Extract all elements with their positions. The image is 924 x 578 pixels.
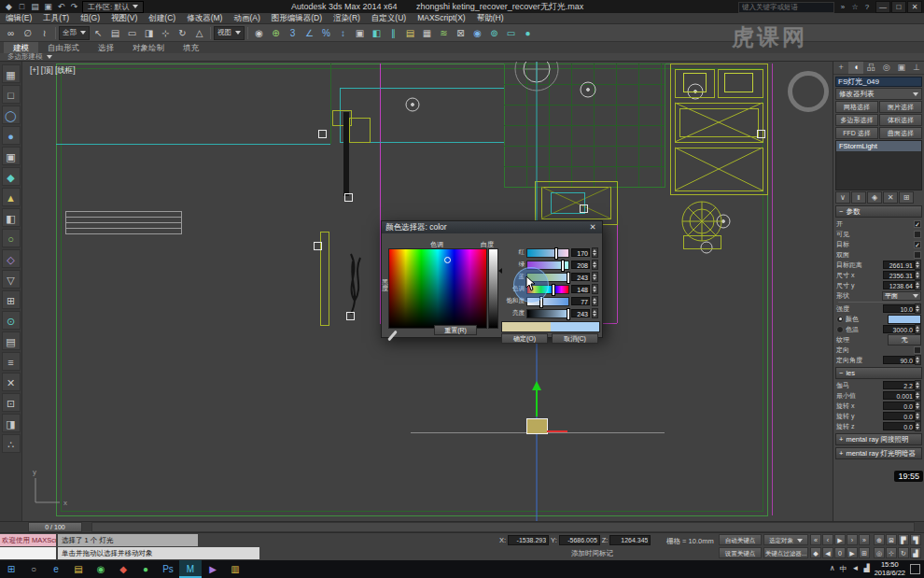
rollout-header-ies[interactable]: − ies (835, 367, 922, 379)
key-filters-button[interactable]: 关键点过滤器... (763, 547, 808, 558)
target-distance-field[interactable]: 2661.91 (883, 261, 915, 269)
next-frame-button[interactable]: › (847, 534, 858, 545)
channel-value-field[interactable]: 243 (571, 273, 590, 281)
percent-snap-icon[interactable]: % (318, 26, 334, 40)
viewport-general-menu[interactable]: [+] (30, 65, 39, 77)
manipulate-icon[interactable]: ⊕ (268, 26, 284, 40)
param-value-field[interactable]: 0.0 (883, 412, 915, 420)
prev-frame-button[interactable]: ‹ (822, 534, 833, 545)
zoom-extents-all-icon[interactable]: ▜ (910, 534, 921, 545)
orbit-icon[interactable]: ↻ (898, 547, 909, 558)
time-slider-track[interactable] (91, 522, 915, 532)
size-y-field[interactable]: 1238.64 (883, 281, 915, 289)
spinner[interactable] (915, 390, 921, 401)
shape-dropdown[interactable]: 平面 (882, 291, 921, 301)
modifier-button[interactable]: 体积选择 (879, 114, 922, 126)
channel-slider[interactable] (526, 248, 569, 258)
hierarchy-tab-icon[interactable]: 品 (863, 62, 878, 74)
key-mode-button[interactable]: ◆ (810, 547, 821, 558)
workspace-dropdown[interactable]: 工作区: 默认 (82, 1, 144, 13)
maxscript-macro-line[interactable]: 欢迎使用 MAXScript (0, 534, 56, 546)
object-name-field[interactable] (835, 77, 922, 87)
light-color-swatch[interactable] (888, 315, 921, 324)
go-end-button[interactable]: » (859, 534, 870, 545)
direct-angle-field[interactable]: 90.0 (883, 356, 915, 364)
start-button[interactable]: ⊞ (0, 560, 22, 578)
channel-value-field[interactable]: 148 (571, 285, 590, 293)
spinner[interactable] (915, 421, 921, 431)
schematic-view-icon[interactable]: ⊠ (453, 26, 469, 40)
key-filter-dropdown[interactable]: 选定对象 (763, 534, 808, 545)
reset-button[interactable]: 重置(R) (434, 325, 477, 335)
next-key-button[interactable]: ▶ (847, 547, 858, 558)
slider-marker[interactable] (567, 272, 570, 284)
spinner[interactable] (592, 296, 598, 306)
create-tab-icon[interactable]: + (833, 62, 848, 74)
redo-icon[interactable]: ↷ (68, 2, 80, 11)
network-icon[interactable]: ▟ (863, 564, 869, 574)
new-file-icon[interactable]: □ (16, 2, 28, 11)
dialog-titlebar[interactable]: 颜色选择器: color ✕ (382, 221, 602, 233)
modifier-stack[interactable]: FStormLight (835, 140, 922, 190)
ribbon-tool-icon[interactable]: ◨ (2, 414, 21, 432)
qq-icon[interactable]: ◆ (112, 560, 134, 578)
rollout-header-mr-indirect[interactable]: + mental ray 间接照明 (835, 433, 922, 445)
select-by-name-icon[interactable]: ▤ (107, 26, 123, 40)
named-selection-icon[interactable]: ▣ (352, 26, 368, 40)
minimize-button[interactable]: — (875, 1, 890, 13)
wechat-icon[interactable]: ● (134, 560, 157, 578)
hue-marker[interactable] (444, 257, 451, 263)
viewport-shading-menu[interactable]: [线框] (55, 65, 76, 77)
pin-stack-icon[interactable]: ∨ (835, 191, 850, 204)
pan-icon[interactable]: ⊹ (886, 547, 897, 558)
menu-item[interactable]: 渲染(R) (328, 13, 366, 23)
target-checkbox[interactable]: ✓ (914, 241, 921, 248)
rendered-frame-icon[interactable]: ▭ (503, 26, 519, 40)
menu-item[interactable]: 图形编辑器(D) (266, 13, 328, 23)
remove-modifier-icon[interactable]: ✕ (883, 191, 898, 204)
3dsmax-icon[interactable]: M (179, 560, 202, 578)
ribbon-tool-icon[interactable]: ⊙ (2, 311, 21, 330)
maxscript-listener-line[interactable] (0, 547, 56, 559)
fov-icon[interactable]: ◎ (874, 547, 885, 558)
coord-z-field[interactable] (609, 535, 651, 545)
unlink-icon[interactable]: ∅ (20, 26, 35, 40)
spinner[interactable] (915, 401, 921, 411)
ribbon-tool-icon[interactable]: ◇ (2, 249, 21, 268)
tray-expand-icon[interactable]: ∧ (830, 564, 835, 574)
ribbon-tool-icon[interactable]: ≡ (2, 352, 21, 371)
add-time-tag[interactable]: 添加时间标记 (571, 549, 613, 558)
ribbon-tool-icon[interactable]: ▽ (2, 270, 21, 289)
mirror-icon[interactable]: ◧ (369, 26, 385, 40)
spinner[interactable] (592, 284, 598, 294)
menu-item[interactable]: 组(G) (75, 13, 105, 23)
open-file-icon[interactable]: ▤ (29, 2, 41, 11)
search-go-icon[interactable]: » (837, 3, 848, 11)
param-value-field[interactable]: 0.001 (883, 391, 915, 400)
cancel-button[interactable]: 取消(C) (552, 333, 598, 344)
slider-marker[interactable] (554, 247, 558, 260)
layer-manager-icon[interactable]: ▤ (402, 26, 418, 40)
twosided-checkbox[interactable] (914, 251, 921, 259)
modifier-button[interactable]: FFD 选择 (835, 127, 878, 139)
spinner[interactable] (592, 247, 598, 258)
channel-value-field[interactable]: 77 (571, 297, 590, 305)
display-tab-icon[interactable]: ▣ (894, 62, 909, 74)
channel-slider[interactable] (526, 309, 569, 318)
angle-snap-icon[interactable]: ∠ (301, 26, 317, 40)
channel-value-field[interactable]: 243 (571, 309, 590, 317)
rotate-icon[interactable]: ↻ (175, 26, 190, 40)
rollout-header-mr-shader[interactable]: + mental ray 灯光明暗器 (835, 447, 922, 459)
bind-spacewarp-icon[interactable]: ≀ (36, 26, 52, 40)
configure-modifier-sets-icon[interactable]: ⊞ (899, 191, 914, 204)
media-player-icon[interactable]: ▶ (202, 560, 224, 578)
material-editor-icon[interactable]: ◉ (469, 26, 485, 40)
time-slider-handle[interactable]: 0 / 100 (28, 522, 82, 532)
spinner[interactable] (915, 324, 921, 334)
modifier-button[interactable]: 曲面选择 (879, 127, 922, 139)
coord-y-field[interactable] (559, 535, 600, 545)
ribbon-tool-icon[interactable]: ✕ (2, 373, 21, 391)
modifier-button[interactable]: 网格选择 (835, 101, 878, 113)
modifier-button[interactable]: 多边形选择 (835, 114, 878, 126)
spinner-snap-icon[interactable]: ↕ (335, 26, 351, 40)
